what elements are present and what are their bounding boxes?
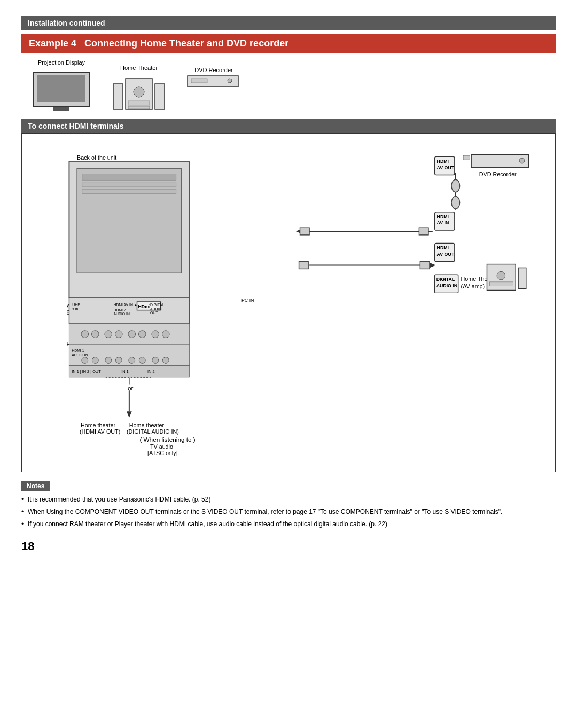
svg-text:AUDIO IN: AUDIO IN (436, 283, 458, 288)
svg-point-52 (92, 357, 98, 364)
svg-point-54 (115, 357, 122, 364)
projection-display-item: Projection Display (32, 59, 91, 111)
svg-rect-104 (300, 228, 310, 235)
svg-text:HDMI 2: HDMI 2 (114, 308, 126, 312)
notes-list: It is recommended that you use Panasonic… (21, 495, 556, 529)
note-item-3: If you connect RAM theater or Player the… (21, 519, 556, 529)
svg-point-46 (152, 331, 159, 338)
svg-text:or: or (128, 385, 134, 392)
svg-text:AUDIO: AUDIO (150, 307, 162, 311)
svg-text:DVD Recorder: DVD Recorder (479, 171, 517, 177)
home-theater-label: Home Theater (120, 65, 158, 71)
diagram-box: Back of the unit AC 120 V 60 Hz Power Co… (21, 133, 556, 472)
projection-display-icon (32, 68, 91, 111)
svg-text:AV IN: AV IN (437, 220, 449, 225)
svg-text:(HDMI AV OUT): (HDMI AV OUT) (80, 428, 120, 435)
svg-marker-106 (430, 263, 436, 268)
svg-marker-67 (127, 411, 132, 418)
svg-rect-7 (128, 101, 150, 105)
svg-point-41 (91, 331, 99, 338)
svg-rect-2 (53, 107, 69, 111)
installation-header: Installation continued (21, 16, 556, 30)
svg-point-55 (129, 357, 135, 364)
svg-rect-28 (69, 298, 189, 324)
svg-point-57 (152, 357, 159, 364)
svg-rect-11 (191, 79, 207, 83)
svg-text:OUT: OUT (150, 311, 158, 315)
svg-point-47 (162, 331, 169, 338)
svg-point-43 (115, 331, 122, 338)
svg-text:(  When listening to  ): ( When listening to ) (139, 436, 195, 443)
svg-text:AV OUT: AV OUT (437, 252, 455, 257)
svg-point-84 (451, 179, 460, 192)
svg-rect-16 (82, 183, 176, 187)
svg-text:AUDIO IN: AUDIO IN (114, 312, 130, 316)
svg-text:AV OUT: AV OUT (437, 165, 455, 170)
svg-text:AUDIO IN: AUDIO IN (72, 353, 88, 357)
svg-text:HDMI: HDMI (437, 214, 449, 220)
svg-text:(AV amp): (AV amp) (461, 283, 485, 289)
example4-header: Example 4 Connecting Home Theater and DV… (21, 34, 556, 53)
device-overview: Projection Display Home Theater DVD Reco… (21, 59, 556, 111)
svg-text:UHF: UHF (72, 303, 80, 307)
svg-point-85 (451, 197, 460, 209)
svg-text:Back of the unit: Back of the unit (77, 154, 116, 161)
svg-point-10 (228, 79, 232, 83)
svg-text:Home theater: Home theater (81, 422, 116, 428)
svg-text:DIGITAL: DIGITAL (436, 277, 455, 282)
svg-text:IN 1: IN 1 (121, 369, 128, 374)
svg-point-58 (162, 357, 169, 364)
dvd-recorder-label: DVD Recorder (194, 67, 233, 73)
svg-rect-100 (489, 282, 513, 286)
svg-rect-103 (419, 228, 428, 235)
connection-diagram: Back of the unit AC 120 V 60 Hz Power Co… (33, 144, 544, 459)
svg-rect-17 (82, 190, 176, 194)
svg-rect-76 (463, 155, 470, 160)
home-theater-item: Home Theater (112, 65, 166, 111)
svg-text:PC IN: PC IN (241, 298, 254, 303)
svg-rect-8 (128, 106, 150, 109)
hdmi-section-header: To connect HDMI terminals (21, 119, 556, 133)
svg-rect-1 (37, 75, 85, 102)
svg-text:HDMI: HDMI (437, 159, 449, 164)
svg-text:HDMI AV IN ▲: HDMI AV IN ▲ (114, 303, 138, 307)
svg-point-42 (105, 331, 112, 338)
home-theater-icon (112, 73, 166, 111)
page-number: 18 (21, 539, 556, 553)
svg-text:IN 1 | IN 2 | OUT: IN 1 | IN 2 | OUT (72, 369, 101, 374)
notes-header: Notes (21, 481, 50, 491)
note-item-2: When Using the COMPONENT VIDEO OUT termi… (21, 507, 556, 516)
svg-point-53 (105, 357, 112, 364)
svg-point-99 (497, 271, 505, 280)
svg-text:HDMI: HDMI (437, 245, 449, 251)
notes-section: Notes It is recommended that you use Pan… (21, 481, 556, 529)
projection-display-label: Projection Display (38, 59, 85, 66)
svg-text:s In: s In (72, 307, 78, 311)
svg-rect-107 (299, 262, 309, 269)
note-item-1: It is recommended that you use Panasonic… (21, 495, 556, 504)
svg-point-6 (134, 87, 144, 97)
svg-point-77 (519, 158, 525, 163)
svg-text:TV audio: TV audio (150, 443, 173, 450)
dvd-recorder-icon-top (187, 75, 240, 89)
svg-rect-5 (155, 84, 165, 109)
svg-text:HDMI 1: HDMI 1 (72, 349, 84, 353)
dvd-recorder-item: DVD Recorder (187, 67, 240, 89)
svg-point-45 (138, 331, 146, 338)
svg-rect-98 (518, 268, 526, 288)
svg-point-44 (128, 331, 136, 338)
svg-rect-3 (113, 84, 123, 109)
svg-rect-108 (420, 262, 430, 269)
svg-text:[ATSC only]: [ATSC only] (147, 450, 178, 456)
svg-point-51 (82, 357, 88, 364)
svg-text:(DIGITAL AUDIO IN): (DIGITAL AUDIO IN) (127, 428, 179, 435)
svg-point-56 (139, 357, 145, 364)
svg-point-40 (81, 331, 89, 338)
svg-text:DIGITAL: DIGITAL (150, 303, 164, 307)
svg-text:IN 2: IN 2 (147, 369, 154, 374)
svg-rect-15 (82, 174, 176, 181)
svg-text:Home theater: Home theater (129, 422, 165, 428)
svg-text:HDmi: HDmi (138, 304, 150, 309)
